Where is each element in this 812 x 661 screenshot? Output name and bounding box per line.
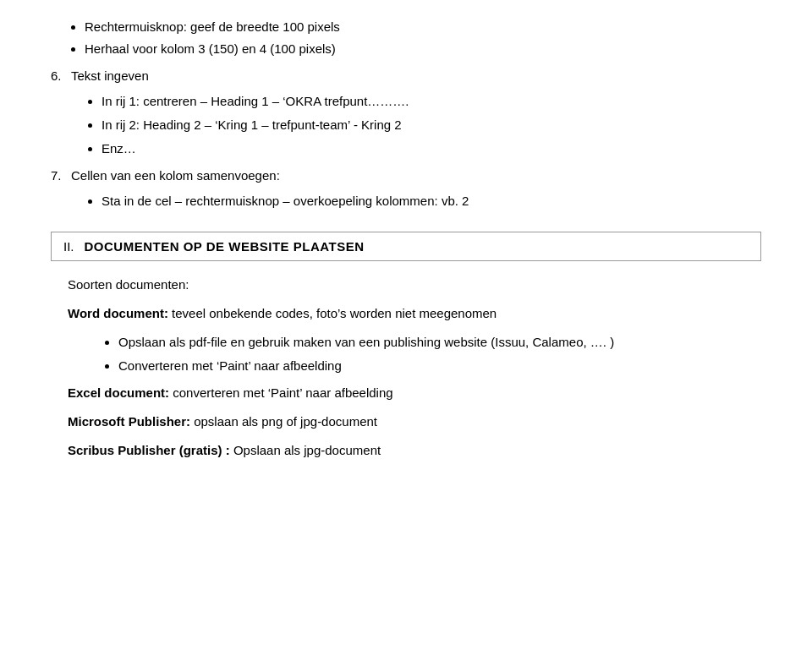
scribus-text: Opslaan als jpg-document [230,443,381,457]
publisher-label: Microsoft Publisher: [68,414,190,429]
list-item: Converteren met ‘Paint’ naar afbeelding [118,356,761,376]
list-item: In rij 2: Heading 2 – ‘Kring 1 – trefpun… [102,115,761,135]
publisher-text: opslaan als png of jpg-document [190,414,377,429]
item-number: 6. [51,66,66,86]
word-doc-text: teveel onbekende codes, foto’s worden ni… [168,306,497,320]
word-doc-paragraph: Word document: teveel onbekende codes, f… [68,303,761,324]
section-number: II. [63,239,74,254]
list-item: In rij 1: centreren – Heading 1 – ‘OKRA … [102,91,761,112]
item-number: 7. [51,166,66,186]
item-label: Cellen van een kolom samenvoegen: [71,166,280,186]
numbered-item-6: 6. Tekst ingeven [51,66,761,86]
soorten-documenten-label: Soorten documenten: [68,275,761,295]
section-title: DOCUMENTEN OP DE WEBSITE PLAATSEN [85,239,365,254]
excel-doc-label: Excel document: [68,385,169,400]
numbered-item-7: 7. Cellen van een kolom samenvoegen: [51,166,761,186]
scribus-paragraph: Scribus Publisher (gratis) : Opslaan als… [68,440,761,461]
top-bullet-list: Rechtermuisknop: geef de breedte 100 pix… [85,17,761,59]
word-doc-label: Word document: [68,306,168,320]
item-7-subbullets: Sta in de cel – rechtermuisknop – overko… [102,191,761,211]
section-ii-heading: II. DOCUMENTEN OP DE WEBSITE PLAATSEN [51,232,761,261]
item-label: Tekst ingeven [71,66,149,86]
publisher-paragraph: Microsoft Publisher: opslaan als png of … [68,412,761,432]
excel-doc-text: converteren met ‘Paint’ naar afbeelding [169,385,393,400]
list-item: Opslaan als pdf-file en gebruik maken va… [118,332,761,352]
list-item: Herhaal voor kolom 3 (150) en 4 (100 pix… [85,39,761,59]
list-item: Enz… [102,139,761,159]
section-ii-body: Soorten documenten: Word document: tevee… [51,275,761,461]
excel-doc-paragraph: Excel document: converteren met ‘Paint’ … [68,383,761,403]
list-item: Sta in de cel – rechtermuisknop – overko… [102,191,761,211]
list-item: Rechtermuisknop: geef de breedte 100 pix… [85,17,761,37]
item-6-subbullets: In rij 1: centreren – Heading 1 – ‘OKRA … [102,91,761,159]
word-doc-bullets: Opslaan als pdf-file en gebruik maken va… [118,332,761,376]
scribus-label: Scribus Publisher (gratis) : [68,443,230,457]
